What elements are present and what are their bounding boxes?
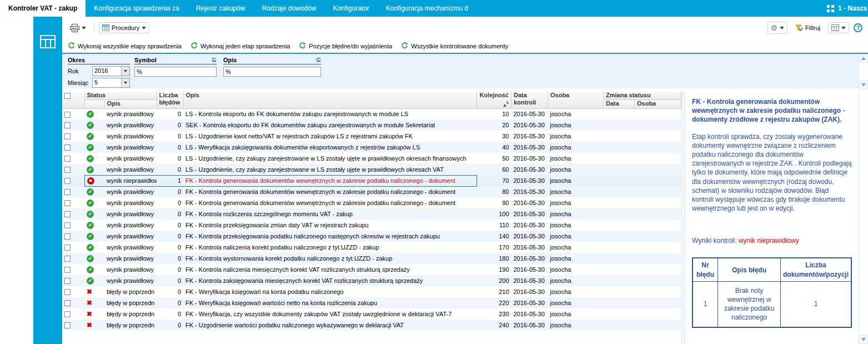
help-icon[interactable]: ? bbox=[854, 23, 862, 32]
row-checkbox[interactable] bbox=[64, 322, 71, 328]
table-row[interactable]: ✔ wynik prawidłowy 0 FK - Kontrola nalic… bbox=[62, 242, 681, 253]
liczba-bledow-header[interactable]: Liczba błędów bbox=[157, 92, 183, 108]
row-checkbox[interactable] bbox=[64, 233, 71, 240]
print-button[interactable] bbox=[67, 22, 89, 34]
zmiana-osoba-subheader[interactable]: Osoba bbox=[635, 100, 681, 108]
run-all-steps-button[interactable]: Wykonaj wszystkie etapy sprawdzenia bbox=[68, 42, 182, 49]
row-checkbox[interactable] bbox=[64, 189, 71, 195]
error-items-button[interactable]: Pozycje błędne/do wyjaśnienia bbox=[299, 42, 392, 49]
select-all-checkbox[interactable] bbox=[64, 93, 71, 99]
row-checkbox[interactable] bbox=[64, 144, 71, 151]
vertical-scrollbar bbox=[859, 54, 868, 344]
row-checkbox[interactable] bbox=[64, 200, 71, 206]
tab-konfigurator[interactable]: Konfigurator bbox=[324, 0, 377, 17]
table-row[interactable]: ✖ błędy w poprzedn 0 FK - Weryfikacja, c… bbox=[62, 308, 681, 320]
table-row[interactable]: ✔ wynik prawidłowy 0 FK - Kontrola zaksi… bbox=[62, 275, 681, 286]
chevron-down-icon bbox=[841, 27, 846, 29]
row-checkbox[interactable] bbox=[64, 278, 71, 284]
table-row[interactable]: ✖ błędy w poprzedn 0 FK - Weryfikacja ks… bbox=[62, 297, 681, 308]
table-row[interactable]: ✖ błędy w poprzedn 0 FK - Weryfikacja ks… bbox=[62, 286, 681, 297]
table-row[interactable]: ✔ wynik prawidłowy 0 FK - Kontrola wysto… bbox=[62, 253, 681, 264]
data-kontroli-header[interactable]: Data kontroli bbox=[511, 92, 548, 108]
error-count: 0 bbox=[157, 286, 183, 297]
table-row[interactable]: ✔ wynik prawidłowy 0 LS - Kontrola ekspo… bbox=[62, 108, 681, 119]
okres-header: Okres bbox=[68, 57, 85, 63]
status-text: błędy w poprzedn bbox=[104, 286, 157, 297]
contains-operator-icon[interactable]: ⊆ bbox=[316, 56, 321, 63]
all-controlled-documents-button[interactable]: Wszystkie kontrolowane dokumenty bbox=[401, 42, 508, 49]
scroll-down-button[interactable] bbox=[859, 81, 868, 89]
row-checkbox[interactable] bbox=[64, 256, 71, 262]
osoba-header[interactable]: Osoba bbox=[548, 92, 604, 108]
table-row[interactable]: ✖ wynik nieprawidłowy 1 FK - Kontrola ge… bbox=[62, 175, 681, 186]
row-checkbox[interactable] bbox=[64, 289, 71, 295]
filter-button[interactable]: Filtruj bbox=[792, 22, 824, 34]
error-count: 0 bbox=[157, 264, 183, 275]
row-checkbox[interactable] bbox=[64, 267, 71, 273]
scroll-track[interactable] bbox=[859, 63, 868, 81]
run-one-step-button[interactable]: Wykonaj jeden etap sprawdzenia bbox=[190, 42, 290, 49]
table-row[interactable]: ✔ wynik prawidłowy 0 FK - Kontrola gener… bbox=[62, 186, 681, 197]
miesiac-select[interactable]: 5 bbox=[92, 78, 130, 88]
scroll-track[interactable] bbox=[859, 89, 868, 335]
kolejnosc-header[interactable]: Kolejność1 bbox=[477, 92, 511, 108]
procedures-icon bbox=[102, 24, 109, 31]
symbol-filter-input[interactable] bbox=[134, 67, 217, 77]
table-row[interactable]: ✔ wynik prawidłowy 0 FK - Kontrola przek… bbox=[62, 231, 681, 242]
row-checkbox[interactable] bbox=[64, 245, 71, 251]
error-count: 0 bbox=[157, 142, 183, 153]
control-date: 2016-05-30 bbox=[511, 231, 548, 242]
row-checkbox[interactable] bbox=[64, 211, 71, 217]
apps-grid-icon[interactable] bbox=[827, 5, 834, 12]
row-checkbox[interactable] bbox=[64, 167, 71, 173]
opis-filter-input[interactable] bbox=[223, 67, 321, 77]
table-row[interactable]: ✔ wynik prawidłowy 0 FK - Kontrola gener… bbox=[62, 197, 681, 208]
status-header[interactable]: Status bbox=[84, 92, 157, 100]
view-layout-button[interactable] bbox=[828, 22, 849, 33]
contains-operator-icon[interactable]: ⊆ bbox=[212, 56, 217, 63]
table-row[interactable]: ✔ wynik prawidłowy 0 SEK - Kontrola eksp… bbox=[62, 119, 681, 131]
tab-label: Rodzaje dowodów bbox=[262, 4, 316, 12]
table-row[interactable]: ✔ wynik prawidłowy 0 FK - Kontrola nalic… bbox=[62, 264, 681, 275]
row-checkbox[interactable] bbox=[64, 156, 71, 162]
table-row[interactable]: ✔ wynik prawidłowy 0 LS - Uzgodnienie kw… bbox=[62, 131, 681, 142]
grid-view-icon[interactable] bbox=[40, 35, 56, 344]
status-opis-subheader[interactable]: Opis bbox=[104, 100, 157, 108]
table-row[interactable]: ✔ wynik prawidłowy 0 FK - Kontrola rozli… bbox=[62, 208, 681, 220]
row-checkbox[interactable] bbox=[64, 222, 71, 228]
table-row[interactable]: ✔ wynik prawidłowy 0 LS - Uzgodnienie, c… bbox=[62, 153, 681, 164]
tab-kontroler-vat-zakup[interactable]: Kontroler VAT - zakup bbox=[0, 0, 86, 17]
tab-konfiguracja-sprawdzenia[interactable]: Konfiguracja sprawdzenia za bbox=[86, 0, 187, 17]
scroll-down-button[interactable] bbox=[859, 335, 868, 344]
control-date: 2016-05-30 bbox=[511, 308, 548, 320]
error-count: 0 bbox=[157, 186, 183, 197]
opis-header[interactable]: Opis bbox=[183, 92, 477, 108]
procedures-button[interactable]: Procedury bbox=[99, 22, 149, 33]
grid-settings-button[interactable]: ⚙ bbox=[767, 22, 788, 34]
row-checkbox[interactable] bbox=[64, 112, 71, 118]
row-checkbox[interactable] bbox=[64, 133, 71, 139]
tab-konfiguracja-mechanizmu[interactable]: Konfiguracja mechanizmu d bbox=[378, 0, 476, 17]
table-row[interactable]: ✔ wynik prawidłowy 0 FK - Kontrola przek… bbox=[62, 220, 681, 231]
control-date: 2016-05-30 bbox=[511, 275, 548, 286]
row-checkbox[interactable] bbox=[64, 178, 71, 184]
status-text: wynik prawidłowy bbox=[104, 153, 157, 164]
control-date: 2016-05-30 bbox=[511, 142, 548, 153]
status-icon-cell: ✔ bbox=[84, 108, 104, 119]
status-icon-cell: ✖ bbox=[84, 320, 104, 331]
table-row[interactable]: ✔ wynik prawidłowy 0 LS - Weryfikacja za… bbox=[62, 142, 681, 153]
row-checkbox[interactable] bbox=[64, 122, 71, 128]
detail-panel: FK - Kontrola generowania dokumentów wew… bbox=[685, 92, 859, 344]
rok-select[interactable]: 2016 bbox=[92, 66, 130, 76]
scroll-up-button[interactable] bbox=[859, 54, 868, 63]
row-checkbox[interactable] bbox=[64, 300, 71, 306]
zmiana-data-subheader[interactable]: Data bbox=[604, 100, 635, 108]
table-row[interactable]: ✔ wynik prawidłowy 0 LS - Uzgodnienie, c… bbox=[62, 164, 681, 175]
row-checkbox[interactable] bbox=[64, 311, 71, 317]
zmiana-statusu-header[interactable]: Zmiana statusu bbox=[604, 92, 681, 100]
tab-rejestr-zakupow[interactable]: Rejestr zakupów bbox=[188, 0, 254, 17]
table-row[interactable]: ✖ błędy w poprzedn 0 FK - Uzgodnienie wa… bbox=[62, 320, 681, 331]
tab-rodzaje-dowodow[interactable]: Rodzaje dowodów bbox=[253, 0, 324, 17]
status-icon: ✖ bbox=[87, 288, 92, 296]
error-count: 0 bbox=[157, 119, 183, 131]
